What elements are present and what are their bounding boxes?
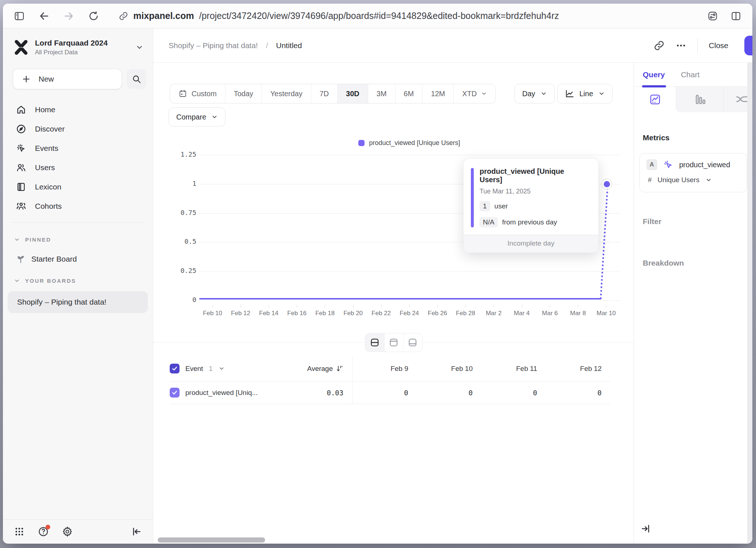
- users-icon: [16, 163, 26, 173]
- legend-label: product_viewed [Unique Users]: [369, 139, 460, 147]
- compare-button[interactable]: Compare: [169, 107, 225, 126]
- gridline: [198, 300, 620, 301]
- date-range-custom[interactable]: Custom: [170, 84, 225, 103]
- chart-type-dropdown[interactable]: Line: [557, 84, 613, 103]
- metric-card[interactable]: A product_viewed # Unique Users: [639, 153, 747, 192]
- close-button[interactable]: Close: [709, 41, 728, 50]
- plus-icon: [22, 75, 31, 83]
- more-options-icon[interactable]: [676, 40, 686, 51]
- sidebar-item-home[interactable]: Home: [3, 100, 153, 119]
- tooltip-title: product_viewed [Unique Users]: [480, 167, 589, 184]
- breadcrumb-board-link[interactable]: Shopify – Piping that data!: [169, 41, 258, 50]
- gridline: [198, 155, 620, 155]
- panel-scrollbar-track[interactable]: [747, 63, 752, 543]
- apps-grid-icon[interactable]: [14, 526, 25, 537]
- sidebar-item-discover[interactable]: Discover: [3, 119, 153, 138]
- url-host: mixpanel.com: [133, 11, 194, 21]
- row-checkbox[interactable]: [170, 388, 180, 398]
- extensions-icon[interactable]: [707, 11, 718, 21]
- chevron-down-icon: [540, 90, 547, 97]
- chevron-down-icon: [598, 90, 605, 97]
- help-icon[interactable]: [38, 526, 49, 537]
- table-only-toggle[interactable]: [403, 333, 422, 352]
- average-column-header[interactable]: Average: [307, 365, 333, 373]
- row-event-name[interactable]: product_viewed [Uniq...: [185, 389, 258, 397]
- metric-event-name[interactable]: product_viewed: [679, 161, 730, 169]
- sidebar-item-board-shopify[interactable]: Shopify – Piping that data!: [8, 291, 148, 313]
- your-boards-section-header[interactable]: YOUR BOARDS: [3, 278, 153, 284]
- sidebar-item-starter-board[interactable]: Starter Board: [3, 254, 153, 264]
- x-tick-label: Feb 24: [395, 305, 423, 317]
- date-range-xtd[interactable]: XTD: [453, 84, 495, 103]
- chevron-down-icon: [218, 365, 225, 372]
- chart-only-toggle[interactable]: [384, 333, 403, 352]
- sidebar-bottom-bar: [3, 519, 153, 543]
- event-column-header[interactable]: Event: [185, 365, 203, 373]
- back-icon[interactable]: [39, 11, 50, 21]
- tab-chart[interactable]: Chart: [681, 70, 700, 79]
- series-line-flat: [199, 298, 601, 300]
- y-tick-label: 1: [158, 180, 196, 187]
- sidebar-item-label: Lexicon: [35, 183, 61, 191]
- date-range-12m[interactable]: 12M: [422, 84, 453, 103]
- granularity-dropdown[interactable]: Day: [515, 84, 555, 103]
- settings-gear-icon[interactable]: [62, 526, 73, 537]
- collapse-sidebar-icon[interactable]: [131, 526, 142, 537]
- board-header: Shopify – Piping that data! / Untitled C…: [153, 28, 752, 63]
- cell-value: 0: [417, 389, 481, 397]
- layout-toggle-group: [365, 333, 422, 352]
- sidebar-item-events[interactable]: Events: [3, 138, 153, 158]
- date-range-30d[interactable]: 30D: [337, 84, 368, 103]
- x-tick-label: Mar 2: [480, 305, 508, 317]
- chevron-down-icon: [135, 43, 143, 51]
- date-range-today[interactable]: Today: [225, 84, 261, 103]
- reload-icon[interactable]: [88, 11, 99, 21]
- sidebar-item-label: Home: [35, 105, 55, 114]
- your-boards-section-label: YOUR BOARDS: [25, 278, 76, 284]
- cohorts-icon: [16, 201, 26, 211]
- date-range-yesterday[interactable]: Yesterday: [261, 84, 311, 103]
- select-all-checkbox[interactable]: [170, 364, 180, 373]
- new-button[interactable]: New: [13, 69, 122, 89]
- x-tick-label: Feb 16: [283, 305, 311, 317]
- tab-query[interactable]: Query: [643, 70, 665, 79]
- sidebar-item-lexicon[interactable]: Lexicon: [3, 177, 153, 196]
- copy-link-icon[interactable]: [654, 40, 665, 51]
- home-icon: [16, 105, 26, 115]
- aggregation-value[interactable]: Unique Users: [658, 176, 700, 184]
- project-switcher[interactable]: Lord Farquaad 2024 All Project Data: [3, 39, 153, 56]
- x-tick-label: Mar 6: [536, 305, 564, 317]
- sidebar-item-users[interactable]: Users: [3, 158, 153, 177]
- chart-legend[interactable]: product_viewed [Unique Users]: [198, 139, 620, 147]
- query-panel: Query Chart: [634, 63, 752, 543]
- event-count: 1: [209, 365, 213, 373]
- search-button[interactable]: [127, 69, 146, 89]
- save-button-clipped[interactable]: [744, 36, 752, 55]
- active-tab-underline: [642, 85, 666, 87]
- date-column-header[interactable]: Feb 11: [481, 365, 546, 373]
- url-bar[interactable]: mixpanel.com/project/3472420/view/397469…: [119, 11, 693, 21]
- x-tick-label: Feb 28: [452, 305, 480, 317]
- filter-section-label: Filter: [643, 217, 661, 226]
- funnels-report-tab[interactable]: [676, 87, 723, 112]
- sidebar-item-cohorts[interactable]: Cohorts: [3, 196, 153, 216]
- board-item-label: Shopify – Piping that data!: [17, 298, 106, 306]
- date-column-header[interactable]: Feb 10: [417, 365, 481, 373]
- insights-report-tab[interactable]: [634, 87, 676, 112]
- date-range-3m[interactable]: 3M: [368, 84, 395, 103]
- x-tick-label: Mar 10: [592, 305, 620, 317]
- split-view-icon[interactable]: [731, 11, 741, 21]
- pinned-section-header[interactable]: PINNED: [3, 236, 153, 243]
- date-column-header[interactable]: Feb 9: [353, 365, 417, 373]
- horizontal-scrollbar[interactable]: [158, 537, 265, 543]
- date-range-6m[interactable]: 6M: [395, 84, 422, 103]
- url-path: /project/3472420/view/3974696/app/boards…: [199, 11, 559, 21]
- book-icon: [16, 182, 26, 192]
- hovered-data-point[interactable]: [601, 179, 612, 189]
- forward-icon[interactable]: [63, 11, 74, 21]
- date-column-header[interactable]: Feb 12: [546, 365, 610, 373]
- date-range-7d[interactable]: 7D: [311, 84, 338, 103]
- collapse-panel-icon[interactable]: [641, 524, 651, 534]
- sidebar-toggle-icon[interactable]: [14, 11, 25, 21]
- split-view-toggle[interactable]: [365, 333, 384, 352]
